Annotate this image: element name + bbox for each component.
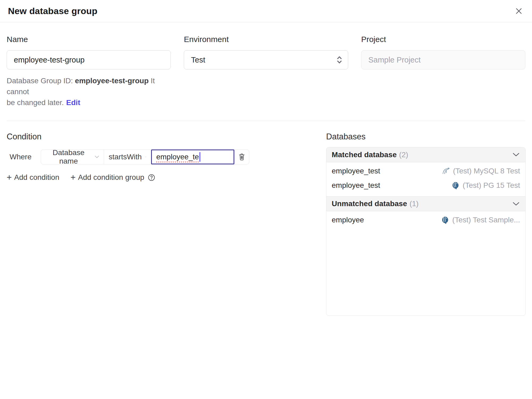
database-row[interactable]: employee (Test) Test Sample... [326,213,525,227]
environment-value: Test [191,56,205,64]
note-suffix-2: be changed later. [7,98,64,107]
group-id-note: Database Group ID: employee-test-group I… [7,75,171,108]
name-input[interactable] [7,50,171,69]
name-field-group: Name Database Group ID: employee-test-gr… [7,34,171,108]
condition-value-input[interactable]: employee_te [151,149,234,164]
matched-database-header[interactable]: Matched database(2) [326,147,525,162]
matched-database-count: (2) [399,151,408,159]
condition-operator-select[interactable]: startsWith [104,150,151,164]
where-label: Where [10,153,31,161]
condition-row: Where Database name startsWith [7,149,326,164]
close-button[interactable] [513,5,525,17]
group-id-value: employee-test-group [75,77,149,85]
condition-actions: + Add condition + Add condition group [7,173,326,182]
edit-link[interactable]: Edit [66,98,80,107]
dialog-body: Name Database Group ID: employee-test-gr… [0,34,532,316]
condition-help-button[interactable] [148,174,155,181]
project-input [361,50,525,69]
chevron-down-icon [145,155,147,159]
database-instance: (Test) MySQL 8 Test [442,167,520,175]
condition-value-text: employee_te [156,153,199,161]
project-field-group: Project [361,34,525,108]
add-condition-group-label: Add condition group [78,173,144,182]
databases-section: Databases Matched database(2) employee_t… [326,131,526,316]
text-caret [200,152,200,162]
note-prefix: Database Group ID: [7,77,75,85]
matched-database-title: Matched database [332,151,397,159]
database-name: employee_test [332,181,380,190]
plus-icon: + [70,174,76,181]
database-instance-label: (Test) MySQL 8 Test [453,167,520,175]
unmatched-database-list: employee (Test) Test Sample... [326,211,525,231]
databases-panel: Matched database(2) employee_test [326,147,526,316]
chevron-down-icon [513,153,519,157]
condition-heading: Condition [7,131,326,142]
database-instance: (Test) PG 15 Test [451,181,520,190]
condition-field-value: Database name [45,148,91,165]
condition-field-select[interactable]: Database name [41,150,104,164]
delete-condition-button[interactable] [234,150,249,164]
new-database-group-dialog: New database group Name Database Group I… [0,0,532,316]
environment-field-group: Environment Test [184,34,348,108]
unmatched-database-header[interactable]: Unmatched database(1) [326,196,525,211]
add-condition-group-button[interactable]: + Add condition group [70,173,144,182]
group-form: Name Database Group ID: employee-test-gr… [7,34,525,108]
dialog-header: New database group [0,0,532,22]
environment-select[interactable]: Test [184,50,348,69]
database-row[interactable]: employee_test (Test) MySQL 8 Test [326,164,525,178]
plus-icon: + [7,174,12,181]
database-instance: (Test) Test Sample... [441,216,520,224]
condition-operator-value: startsWith [109,153,142,161]
add-condition-label: Add condition [14,173,59,182]
section-divider [7,121,525,121]
condition-expression: Database name startsWith e [41,149,249,164]
condition-section: Condition Where Database name startsWith [7,131,326,182]
name-label: Name [7,34,171,44]
chevron-up-down-icon [336,55,343,64]
project-label: Project [361,34,525,44]
chevron-down-icon [95,155,99,159]
postgres-elephant-icon [451,181,460,190]
databases-heading: Databases [326,131,526,142]
mysql-dolphin-icon [442,167,450,175]
question-circle-icon [148,174,155,181]
x-icon [515,7,523,15]
database-instance-label: (Test) PG 15 Test [463,181,520,190]
unmatched-database-title: Unmatched database [332,200,407,208]
add-condition-button[interactable]: + Add condition [7,173,59,182]
environment-label: Environment [184,34,348,44]
chevron-down-icon [513,202,519,206]
database-name: employee [332,216,364,224]
database-row[interactable]: employee_test (Test) PG 15 Test [326,178,525,193]
page-title: New database group [8,6,97,16]
trash-icon [238,153,246,161]
matched-database-list: employee_test (Test) MySQL 8 Test [326,162,525,196]
database-name: employee_test [332,167,380,175]
postgres-elephant-icon [441,216,449,224]
unmatched-database-count: (1) [409,200,418,208]
database-instance-label: (Test) Test Sample... [452,216,520,224]
